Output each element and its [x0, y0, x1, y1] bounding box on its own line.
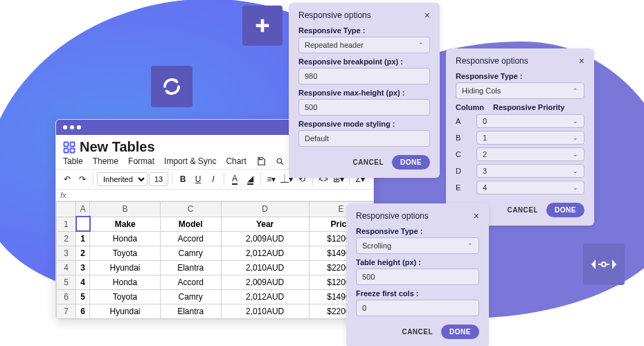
responsive-type-label: Responsive Type :: [298, 26, 430, 35]
cell[interactable]: 2: [76, 246, 90, 261]
chevron-down-icon: ⌄: [573, 118, 578, 125]
cell[interactable]: 1: [76, 231, 90, 246]
close-icon[interactable]: ×: [474, 210, 479, 221]
row-header[interactable]: 4: [57, 261, 76, 275]
responsive-options-panel-hiding-cols: Responsive options× Responsive Type : Hi…: [446, 48, 594, 226]
menu-table[interactable]: Table: [63, 156, 83, 166]
priority-row: C 2⌄: [456, 147, 584, 161]
responsive-type-select[interactable]: Hiding Cols⌃: [456, 82, 584, 99]
cell[interactable]: Hyundai: [90, 261, 160, 275]
menu-import-sync[interactable]: Import & Sync: [164, 156, 216, 166]
cell[interactable]: 2,012AUD: [221, 290, 309, 304]
save-icon[interactable]: [256, 156, 266, 166]
cell[interactable]: Year: [221, 217, 309, 231]
cancel-button[interactable]: CANCEL: [352, 158, 384, 166]
chevron-down-icon: ⌄: [573, 184, 578, 191]
close-icon[interactable]: ×: [579, 55, 584, 66]
priority-select[interactable]: 2⌄: [476, 147, 584, 161]
cell[interactable]: 5: [76, 290, 90, 304]
cell[interactable]: 2,010AUD: [221, 261, 309, 275]
col-header[interactable]: A: [76, 202, 90, 217]
responsive-type-select[interactable]: Repeated header⌃: [298, 37, 430, 53]
priority-select[interactable]: 1⌄: [476, 131, 584, 145]
done-button[interactable]: DONE: [546, 203, 584, 217]
align-button[interactable]: ≡▾: [265, 172, 278, 187]
cell[interactable]: Honda: [90, 275, 160, 290]
formula-bar[interactable]: fx: [56, 190, 373, 201]
cancel-button[interactable]: CANCEL: [402, 328, 433, 336]
row-header[interactable]: 1: [57, 217, 76, 231]
cell[interactable]: 2,010AUD: [221, 304, 309, 319]
priority-select[interactable]: 0⌄: [476, 114, 584, 128]
spreadsheet-grid[interactable]: ABCDE 1MakeModelYearPrice21HondaAccord2,…: [56, 201, 373, 319]
svg-rect-6: [71, 148, 75, 152]
panel-title: Responsive options: [456, 56, 528, 66]
priority-row: B 1⌄: [456, 131, 584, 145]
maxheight-label: Responsive max-height (px) :: [298, 89, 430, 97]
maxheight-input[interactable]: 500: [298, 99, 430, 116]
close-icon[interactable]: ×: [424, 10, 430, 21]
row-header[interactable]: 7: [57, 304, 76, 319]
cell[interactable]: 6: [76, 304, 90, 319]
cell[interactable]: Make: [90, 217, 160, 231]
breakpoint-input[interactable]: 980: [298, 68, 430, 84]
svg-rect-2: [607, 264, 609, 265]
italic-button[interactable]: I: [206, 172, 220, 187]
svg-rect-3: [64, 142, 69, 146]
priority-select[interactable]: 3⌄: [476, 164, 584, 178]
mode-styling-select[interactable]: Default: [298, 130, 430, 147]
cell[interactable]: Toyota: [90, 246, 160, 261]
cancel-button[interactable]: CANCEL: [507, 206, 538, 214]
cell[interactable]: Honda: [90, 231, 160, 246]
row-header[interactable]: 2: [57, 231, 76, 246]
freeze-cols-label: Freeze first cols :: [356, 289, 479, 298]
corner-cell: [57, 202, 76, 217]
cell[interactable]: Toyota: [90, 290, 160, 304]
priority-col-label: B: [456, 134, 469, 142]
bold-button[interactable]: B: [176, 172, 190, 187]
cell[interactable]: Accord: [160, 275, 221, 290]
svg-rect-4: [71, 142, 75, 146]
cell[interactable]: 2,012AUD: [221, 246, 309, 261]
font-size-input[interactable]: [149, 172, 168, 187]
menu-theme[interactable]: Theme: [93, 156, 118, 166]
chevron-down-icon: ⌄: [573, 167, 578, 174]
cell[interactable]: Camry: [160, 290, 221, 304]
col-header[interactable]: D: [221, 202, 309, 217]
font-family-select[interactable]: Inherited: [97, 172, 147, 187]
cell[interactable]: Accord: [160, 231, 221, 246]
panel-title: Responsive options: [356, 211, 429, 221]
cell[interactable]: 2,009AUD: [221, 275, 309, 290]
priority-select[interactable]: 4⌄: [476, 181, 584, 194]
redo-button[interactable]: ↷: [75, 172, 89, 187]
row-header[interactable]: 5: [57, 275, 76, 290]
cell[interactable]: 4: [76, 275, 90, 290]
cell[interactable]: 3: [76, 261, 90, 275]
menu-format[interactable]: Format: [128, 156, 154, 166]
horizontal-scroll-tile: [583, 244, 625, 285]
responsive-type-select[interactable]: Scrolling⌃: [356, 237, 479, 254]
cell[interactable]: Model: [160, 217, 221, 231]
underline-button[interactable]: U: [191, 172, 205, 187]
text-color-button[interactable]: A: [228, 172, 242, 187]
cell[interactable]: Camry: [160, 246, 221, 261]
done-button[interactable]: DONE: [441, 325, 479, 339]
menu-chart[interactable]: Chart: [226, 156, 246, 166]
mode-styling-label: Responsive mode styling :: [298, 120, 430, 128]
fill-color-button[interactable]: ◢: [243, 172, 257, 187]
cell[interactable]: Hyundai: [90, 304, 160, 319]
search-icon[interactable]: [276, 157, 285, 166]
col-header[interactable]: B: [90, 202, 160, 217]
col-header[interactable]: C: [160, 202, 221, 217]
row-header[interactable]: 6: [57, 290, 76, 304]
cell[interactable]: Elantra: [160, 261, 221, 275]
row-header[interactable]: 3: [57, 246, 76, 261]
table-height-input[interactable]: 500: [356, 268, 479, 285]
cell[interactable]: [76, 217, 90, 231]
freeze-cols-input[interactable]: 0: [356, 300, 479, 316]
cell[interactable]: 2,009AUD: [221, 231, 309, 246]
undo-button[interactable]: ↶: [60, 172, 74, 187]
column-header: Column: [456, 103, 486, 111]
cell[interactable]: Elantra: [160, 304, 221, 319]
done-button[interactable]: DONE: [392, 155, 430, 170]
